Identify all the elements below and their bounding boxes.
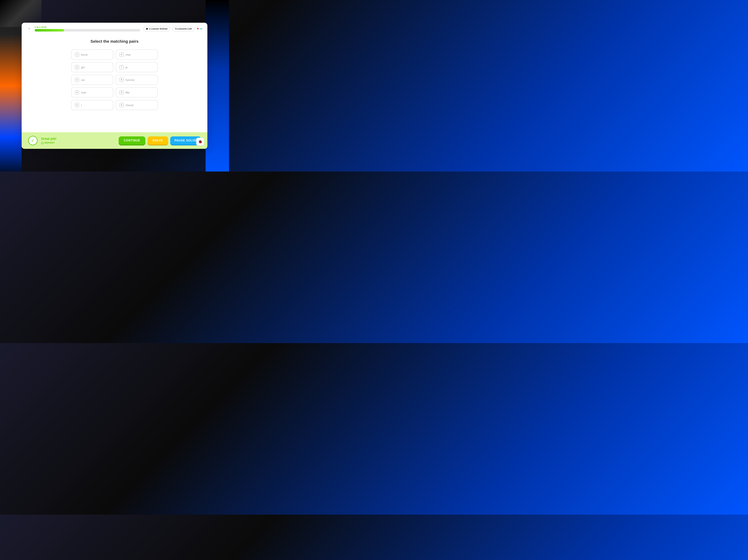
pair-number-2: 2 [75,65,79,69]
lessons-left-badge[interactable]: 5 Lessons Left [172,26,194,31]
lessons-left-text: 5 Lessons Left [175,27,192,30]
pair-text-3: cat [81,78,85,81]
success-circle: ✓ [28,136,38,145]
footer-text: Great job! REPORT [41,137,115,144]
pair-item-7[interactable]: 7 je [116,62,158,72]
pair-text-6: chat [125,53,131,56]
pair-item-8[interactable]: 8 homme [116,75,158,85]
pair-item-2[interactable]: 2 girl [71,62,113,72]
bug-report-button[interactable]: 🐞 [196,138,204,146]
solve-button[interactable]: SOLVE [147,137,168,145]
progress-bar-fill [34,29,64,31]
pair-item-0[interactable]: 0 cheval [116,100,158,110]
checkmark-icon: ✓ [31,138,34,143]
pair-number-4: 4 [75,90,79,95]
pair-text-0: cheval [125,104,133,107]
pair-text-8: homme [125,78,135,81]
lesson-solved-text: 1 Lesson Solved [149,27,167,30]
heart-icon: ♥ [197,27,199,31]
pair-item-3[interactable]: 3 cat [71,75,113,85]
pair-item-6[interactable]: 6 chat [116,50,158,59]
bug-icon: 🐞 [198,140,203,144]
footer: ✓ Great job! REPORT CONTINUE SOLVE PAUSE… [22,132,207,149]
pair-item-9[interactable]: 9 fille [116,88,158,97]
great-job-label: Great job! [41,137,115,141]
pair-text-9: fille [125,91,130,94]
pair-text-5: I [81,104,82,107]
lesson-solved-badge[interactable]: 1 Lesson Solved [143,26,170,31]
pair-item-4[interactable]: 4 man [71,88,113,97]
report-button[interactable]: REPORT [41,142,115,144]
pair-number-9: 9 [119,90,124,95]
pair-number-5: 5 [75,103,79,107]
footer-buttons: CONTINUE SOLVE PAUSE SOLVE [119,137,201,145]
progress-bar-background [34,29,140,31]
pair-item-1[interactable]: 1 horse [71,50,113,59]
pair-text-4: man [81,91,86,94]
header: × 3 IN A ROW 1 Lesson Solved 5 Lessons L… [22,23,207,34]
streak-label: 3 IN A ROW [34,26,140,28]
main-content: Select the matching pairs 1 horse 6 chat… [22,34,207,132]
continue-button[interactable]: CONTINUE [119,137,145,145]
pair-number-0: 0 [119,103,124,107]
question-title: Select the matching pairs [91,39,139,44]
lesson-solved-dot [146,28,148,30]
bg-decoration-right [206,0,229,172]
pair-text-1: horse [81,53,88,56]
report-label: REPORT [45,142,55,144]
pairs-grid: 1 horse 6 chat 2 girl 7 je 3 cat 8 homme [71,50,158,110]
progress-section: 3 IN A ROW [34,26,140,31]
main-card: × 3 IN A ROW 1 Lesson Solved 5 Lessons L… [22,23,207,149]
close-button[interactable]: × [27,26,32,31]
header-right: 1 Lesson Solved 5 Lessons Left ♥ ∞ [143,26,202,31]
infinity-icon: ∞ [200,27,202,31]
pair-number-7: 7 [119,65,124,69]
heart-infinity-container: ♥ ∞ [197,27,202,31]
report-icon [41,142,44,144]
pair-number-3: 3 [75,78,79,82]
pair-text-2: girl [81,66,85,69]
pair-number-1: 1 [75,52,79,57]
pair-text-7: je [125,66,128,69]
pair-number-8: 8 [119,78,124,82]
pair-item-5[interactable]: 5 I [71,100,113,110]
pair-number-6: 6 [119,52,124,57]
